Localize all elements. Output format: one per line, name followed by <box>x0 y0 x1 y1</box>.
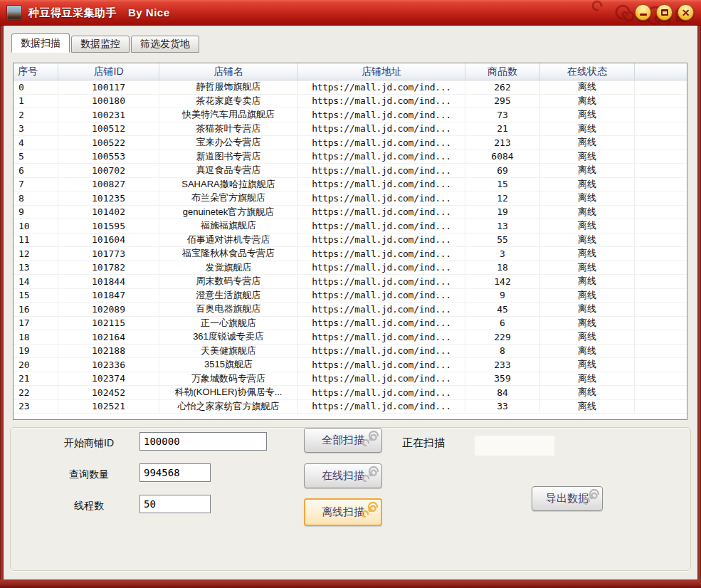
table-row[interactable]: 4 100522 宝来办公专营店 https://mall.jd.com/ind… <box>14 136 687 150</box>
cell-shop-name: 真逗食品专营店 <box>159 164 298 177</box>
cell-empty <box>635 330 687 344</box>
cell-index: 22 <box>14 386 58 399</box>
cell-shop-name: 新道图书专营店 <box>159 150 298 164</box>
cell-shop-id: 100512 <box>58 122 159 136</box>
cell-item-count: 15 <box>465 178 540 191</box>
table-row[interactable]: 5 100553 新道图书专营店 https://mall.jd.com/ind… <box>14 150 687 164</box>
scan-all-button[interactable]: 全部扫描 <box>304 428 382 453</box>
table-row[interactable]: 8 101235 布兰朵官方旗舰店 https://mall.jd.com/in… <box>14 191 687 206</box>
table-row[interactable]: 17 102115 正一心旗舰店 https://mall.jd.com/ind… <box>14 317 687 331</box>
cell-index: 2 <box>14 108 58 122</box>
cell-item-count: 213 <box>465 136 540 149</box>
cell-shop-name: SAHARA撒哈拉旗舰店 <box>159 178 298 191</box>
cell-shop-name: 心怡之家家纺官方旗舰店 <box>159 400 298 414</box>
cell-online-status: 离线 <box>540 261 635 275</box>
col-header-shop-name[interactable]: 店铺名 <box>159 63 298 80</box>
cell-shop-name: 福宝隆秋林食品专营店 <box>159 247 298 261</box>
cell-empty <box>635 80 687 94</box>
cell-shop-name: 天美健旗舰店 <box>159 345 298 358</box>
cell-empty <box>635 372 687 386</box>
close-button[interactable]: ✕ <box>678 4 694 21</box>
cell-item-count: 6 <box>465 317 540 330</box>
col-header-shop-url[interactable]: 店铺地址 <box>298 63 465 80</box>
table-row[interactable]: 12 101773 福宝隆秋林食品专营店 https://mall.jd.com… <box>14 247 687 261</box>
scan-all-label: 全部扫描 <box>322 434 364 447</box>
table-row[interactable]: 0 100117 静哲服饰旗舰店 https://mall.jd.com/ind… <box>14 80 687 95</box>
scanning-status-value <box>475 436 554 456</box>
cell-index: 20 <box>14 358 58 372</box>
cell-item-count: 9 <box>465 289 540 303</box>
table-row[interactable]: 2 100231 快美特汽车用品旗舰店 https://mall.jd.com/… <box>14 108 687 122</box>
cell-shop-id: 101595 <box>58 219 159 233</box>
table-row[interactable]: 10 101595 福施福旗舰店 https://mall.jd.com/ind… <box>14 219 687 233</box>
cell-shop-name: 快美特汽车用品旗舰店 <box>159 108 298 122</box>
scanning-status-label: 正在扫描 <box>402 436 445 450</box>
cell-index: 1 <box>14 95 58 108</box>
cell-online-status: 离线 <box>540 317 635 330</box>
cell-shop-name: 宝来办公专营店 <box>159 136 298 149</box>
cell-online-status: 离线 <box>540 108 635 122</box>
cell-online-status: 离线 <box>540 122 635 136</box>
table-row[interactable]: 16 102089 百奥电器旗舰店 https://mall.jd.com/in… <box>14 303 687 317</box>
table-row[interactable]: 11 101604 佰事通对讲机专营店 https://mall.jd.com/… <box>14 233 687 248</box>
cell-index: 9 <box>14 206 58 219</box>
cell-shop-name: 万象城数码专营店 <box>159 372 298 386</box>
scan-online-button[interactable]: 在线扫描 <box>304 463 382 488</box>
col-header-index[interactable]: 序号 <box>14 63 58 80</box>
cell-shop-url: https://mall.jd.com/ind... <box>298 191 465 205</box>
export-data-label: 导出数据 <box>546 492 589 505</box>
table-row[interactable]: 9 101402 genuinetek官方旗舰店 https://mall.jd… <box>14 206 687 220</box>
table-row[interactable]: 15 101847 澄意生活旗舰店 https://mall.jd.com/in… <box>14 289 687 303</box>
start-shop-id-label: 开始商铺ID <box>64 437 114 450</box>
cell-empty <box>635 95 687 108</box>
table-row[interactable]: 23 102521 心怡之家家纺官方旗舰店 https://mall.jd.co… <box>14 400 687 414</box>
scan-offline-button[interactable]: 离线扫描 <box>304 498 382 526</box>
table-row[interactable]: 1 100180 茶花家庭专卖店 https://mall.jd.com/ind… <box>14 95 687 109</box>
table-row[interactable]: 22 102452 科勒(KOHLER)协佩居专... https://mall… <box>14 386 687 400</box>
table-row[interactable]: 6 100702 真逗食品专营店 https://mall.jd.com/ind… <box>14 164 687 178</box>
cell-shop-id: 102374 <box>58 372 159 386</box>
cell-index: 19 <box>14 345 58 358</box>
cell-shop-url: https://mall.jd.com/ind... <box>298 330 465 344</box>
table-row[interactable]: 20 102336 3515旗舰店 https://mall.jd.com/in… <box>14 358 687 372</box>
maximize-button[interactable] <box>656 4 673 21</box>
cell-empty <box>635 150 687 164</box>
cell-shop-url: https://mall.jd.com/ind... <box>298 150 465 164</box>
cell-empty <box>635 178 687 191</box>
table-row[interactable]: 21 102374 万象城数码专营店 https://mall.jd.com/i… <box>14 372 687 387</box>
cell-online-status: 离线 <box>540 233 635 247</box>
export-data-button[interactable]: 导出数据 <box>532 486 603 511</box>
tab-data-monitor[interactable]: 数据监控 <box>71 36 130 53</box>
thread-count-input[interactable] <box>139 495 211 513</box>
table-row[interactable]: 7 100827 SAHARA撒哈拉旗舰店 https://mall.jd.co… <box>14 178 687 192</box>
cell-shop-url: https://mall.jd.com/ind... <box>298 233 465 247</box>
table-row[interactable]: 19 102188 天美健旗舰店 https://mall.jd.com/ind… <box>14 345 687 359</box>
table-row[interactable]: 14 101844 周末数码专营店 https://mall.jd.com/in… <box>14 275 687 289</box>
cell-shop-url: https://mall.jd.com/ind... <box>298 136 465 149</box>
table-row[interactable]: 3 100512 茶猫茶叶专营店 https://mall.jd.com/ind… <box>14 122 687 137</box>
cell-online-status: 离线 <box>540 206 635 219</box>
start-shop-id-input[interactable] <box>139 432 267 451</box>
minimize-icon <box>640 14 647 16</box>
title-bar: 种豆得豆采集助手By Nice ✕ <box>0 0 701 26</box>
table-row[interactable]: 18 102164 361度锐诚专卖店 https://mall.jd.com/… <box>14 330 687 345</box>
table-row[interactable]: 13 101782 发觉旗舰店 https://mall.jd.com/ind.… <box>14 261 687 275</box>
col-header-item-count[interactable]: 商品数 <box>465 63 540 80</box>
cell-shop-id: 102089 <box>58 303 159 316</box>
cell-shop-url: https://mall.jd.com/ind... <box>298 178 465 191</box>
cell-online-status: 离线 <box>540 178 635 191</box>
cell-shop-url: https://mall.jd.com/ind... <box>298 303 465 316</box>
col-header-online-status[interactable]: 在线状态 <box>540 63 635 80</box>
query-count-input[interactable] <box>139 463 211 482</box>
maximize-icon <box>661 9 668 16</box>
cell-online-status: 离线 <box>540 136 635 149</box>
tab-data-scan[interactable]: 数据扫描 <box>11 33 70 53</box>
tab-strip: 数据扫描 数据监控 筛选发货地 <box>11 33 201 53</box>
cell-empty <box>635 275 687 288</box>
cell-shop-url: https://mall.jd.com/ind... <box>298 219 465 233</box>
minimize-button[interactable] <box>635 4 651 21</box>
app-window: 种豆得豆采集助手By Nice ✕ 数据扫描 数据监控 筛选发货地 序号 店铺I… <box>0 0 701 588</box>
cell-empty <box>635 164 687 177</box>
tab-filter-shipping[interactable]: 筛选发货地 <box>131 36 199 53</box>
col-header-shop-id[interactable]: 店铺ID <box>58 63 159 80</box>
